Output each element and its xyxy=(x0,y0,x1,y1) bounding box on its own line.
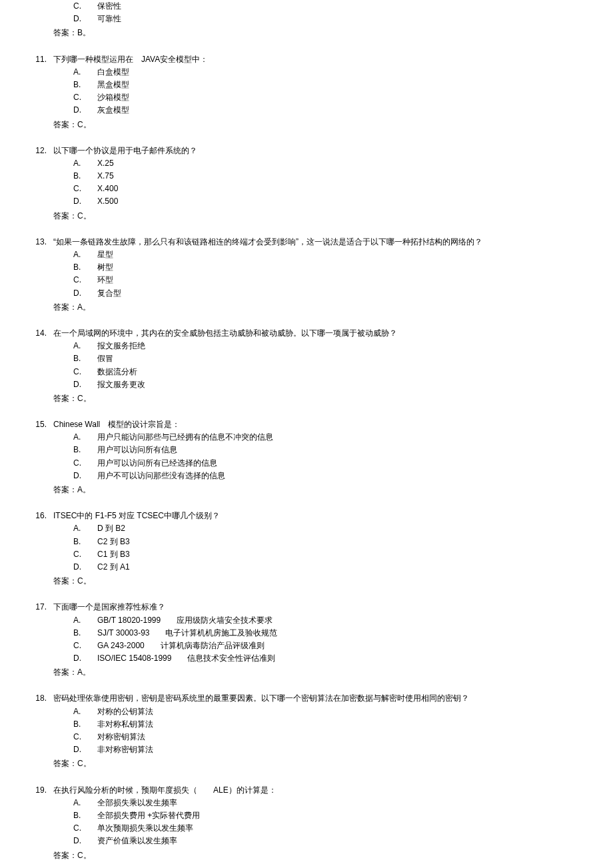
option-row: B.假冒 xyxy=(73,352,586,365)
question-number: 18. xyxy=(27,692,53,705)
option-letter: D. xyxy=(73,835,97,847)
option-text: 灰盒模型 xyxy=(97,104,586,117)
option-text: 对称的公钥算法 xyxy=(97,705,586,718)
option-letter: C. xyxy=(73,274,97,286)
option-letter: A. xyxy=(73,431,97,444)
option-letter: D. xyxy=(73,378,97,391)
option-letter: D. xyxy=(73,743,97,756)
question-stem: 以下哪一个协议是用于电子邮件系统的？ xyxy=(53,145,586,157)
option-letter: D. xyxy=(73,561,97,574)
answer-line: 答案：C。 xyxy=(27,849,586,862)
option-text: 报文服务更改 xyxy=(97,378,586,391)
option-row: C.GA 243-2000 计算机病毒防治产品评级准则 xyxy=(73,640,586,652)
option-letter: C. xyxy=(73,0,97,13)
option-row: D.灰盒模型 xyxy=(73,104,586,117)
option-row: A.星型 xyxy=(73,248,586,261)
option-text: 非对称密钥算法 xyxy=(97,743,586,756)
option-row: C.C1 到 B3 xyxy=(73,548,586,561)
question-number: 13. xyxy=(27,236,53,248)
option-row: C.X.400 xyxy=(73,183,586,195)
option-row: A.D 到 B2 xyxy=(73,522,586,535)
option-letter: A. xyxy=(73,797,97,809)
option-letter: B. xyxy=(73,352,97,365)
option-text: GA 243-2000 计算机病毒防治产品评级准则 xyxy=(97,640,586,652)
question-number: 19. xyxy=(27,784,53,797)
option-letter: A. xyxy=(73,705,97,718)
option-text: 用户不可以访问那些没有选择的信息 xyxy=(97,470,586,482)
options-list: A.全部损失乘以发生频率B.全部损失费用 +实际替代费用C.单次预期损失乘以发生… xyxy=(27,797,586,848)
question-block: 17.下面哪一个是国家推荐性标准？A.GB/T 18020-1999 应用级防火… xyxy=(27,601,586,679)
option-letter: A. xyxy=(73,248,97,261)
option-row: C.用户可以访问所有已经选择的信息 xyxy=(73,457,586,470)
option-row: A.对称的公钥算法 xyxy=(73,705,586,718)
option-letter: B. xyxy=(73,536,97,548)
option-row: A.报文服务拒绝 xyxy=(73,340,586,352)
question-block: 14.在一个局域网的环境中，其内在的安全威胁包括主动威胁和被动威胁。以下哪一项属… xyxy=(27,327,586,405)
option-letter: C. xyxy=(73,548,97,561)
question-block: 16.ITSEC中的 F1-F5 对应 TCSEC中哪几个级别？A.D 到 B2… xyxy=(27,510,586,588)
question-stem-row: 12.以下哪一个协议是用于电子邮件系统的？ xyxy=(27,145,586,157)
option-row: B.C2 到 B3 xyxy=(73,536,586,548)
question-stem-row: 19.在执行风险分析的时候，预期年度损失（ ALE）的计算是： xyxy=(27,784,586,797)
option-row: D.复合型 xyxy=(73,287,586,300)
option-text: X.500 xyxy=(97,195,586,208)
option-row: C.数据流分析 xyxy=(73,366,586,378)
option-row: D.资产价值乘以发生频率 xyxy=(73,835,586,847)
options-list: A.报文服务拒绝B.假冒C.数据流分析D.报文服务更改 xyxy=(27,340,586,391)
option-text: C2 到 A1 xyxy=(97,561,586,574)
option-text: 全部损失乘以发生频率 xyxy=(97,797,586,809)
option-text: 资产价值乘以发生频率 xyxy=(97,835,586,847)
option-letter: A. xyxy=(73,157,97,170)
question-block: 19.在执行风险分析的时候，预期年度损失（ ALE）的计算是：A.全部损失乘以发… xyxy=(27,784,586,862)
option-text: 数据流分析 xyxy=(97,366,586,378)
question-stem-row: 11.下列哪一种模型运用在 JAVA安全模型中： xyxy=(27,53,586,66)
answer-line: 答案：B。 xyxy=(27,27,586,39)
options-list: A.白盒模型B.黑盒模型C.沙箱模型D.灰盒模型 xyxy=(27,66,586,117)
option-text: 非对称私钥算法 xyxy=(97,718,586,731)
question-stem-row: 17.下面哪一个是国家推荐性标准？ xyxy=(27,601,586,614)
answer-line: 答案：C。 xyxy=(27,119,586,131)
option-row: D.C2 到 A1 xyxy=(73,561,586,574)
option-row: B.SJ/T 30003-93 电子计算机机房施工及验收规范 xyxy=(73,627,586,640)
option-row: C.环型 xyxy=(73,274,586,286)
option-letter: D. xyxy=(73,13,97,25)
question-stem: ITSEC中的 F1-F5 对应 TCSEC中哪几个级别？ xyxy=(53,510,586,522)
option-letter: C. xyxy=(73,457,97,470)
option-row: C.单次预期损失乘以发生频率 xyxy=(73,822,586,835)
option-letter: B. xyxy=(73,627,97,640)
option-text: X.25 xyxy=(97,157,586,170)
option-row: D.非对称密钥算法 xyxy=(73,743,586,756)
option-row: B.X.75 xyxy=(73,170,586,183)
option-letter: D. xyxy=(73,287,97,300)
question-stem: 在一个局域网的环境中，其内在的安全威胁包括主动威胁和被动威胁。以下哪一项属于被动… xyxy=(53,327,586,340)
question-stem: “如果一条链路发生故障，那么只有和该链路相连的终端才会受到影响”，这一说法是适合… xyxy=(53,236,586,248)
options-list: A.X.25B.X.75C.X.400D.X.500 xyxy=(27,157,586,209)
option-text: 保密性 xyxy=(97,0,586,13)
option-text: 复合型 xyxy=(97,287,586,300)
answer-line: 答案：A。 xyxy=(27,484,586,496)
option-row: B.黑盒模型 xyxy=(73,79,586,91)
answer-line: 答案：A。 xyxy=(27,301,586,314)
option-text: GB/T 18020-1999 应用级防火墙安全技术要求 xyxy=(97,614,586,627)
option-letter: B. xyxy=(73,718,97,731)
option-text: 树型 xyxy=(97,261,586,274)
options-list: A.用户只能访问那些与已经拥有的信息不冲突的信息B.用户可以访问所有信息C.用户… xyxy=(27,431,586,482)
option-letter: B. xyxy=(73,444,97,456)
option-letter: C. xyxy=(73,640,97,652)
answer-line: 答案：C。 xyxy=(27,210,586,222)
option-row: D.报文服务更改 xyxy=(73,378,586,391)
option-letter: C. xyxy=(73,91,97,104)
option-row: B.树型 xyxy=(73,261,586,274)
option-letter: D. xyxy=(73,470,97,482)
option-row: A.白盒模型 xyxy=(73,66,586,79)
question-stem-row: 16.ITSEC中的 F1-F5 对应 TCSEC中哪几个级别？ xyxy=(27,510,586,522)
option-text: 单次预期损失乘以发生频率 xyxy=(97,822,586,835)
option-row: A.X.25 xyxy=(73,157,586,170)
option-row: A.全部损失乘以发生频率 xyxy=(73,797,586,809)
question-block: 12.以下哪一个协议是用于电子邮件系统的？A.X.25B.X.75C.X.400… xyxy=(27,145,586,222)
option-letter: A. xyxy=(73,340,97,352)
option-letter: A. xyxy=(73,614,97,627)
option-text: X.75 xyxy=(97,170,586,183)
option-text: 报文服务拒绝 xyxy=(97,340,586,352)
option-letter: C. xyxy=(73,366,97,378)
